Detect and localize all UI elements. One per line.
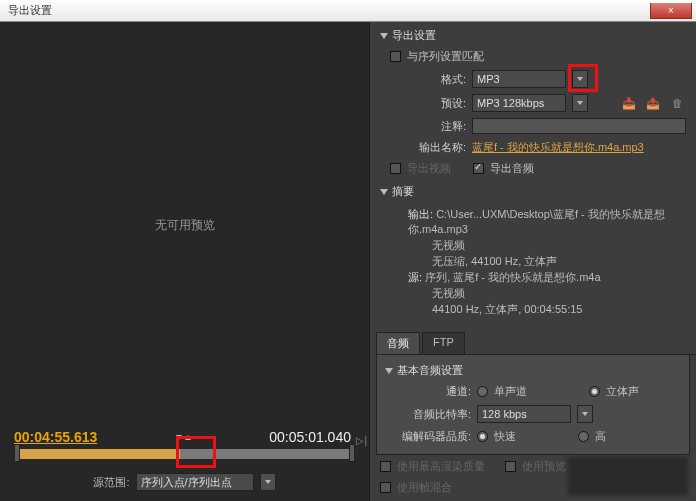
- format-value: MP3: [477, 73, 500, 85]
- audio-panel: 基本音频设置 通道: 单声道 立体声 音频比特率: 128 kbps 编解码器品…: [376, 355, 690, 455]
- preset-value: MP3 128kbps: [477, 97, 544, 109]
- audio-settings-title: 基本音频设置: [397, 363, 463, 378]
- bitrate-dropdown[interactable]: 128 kbps: [477, 405, 571, 423]
- in-timecode[interactable]: 00:04:55.613: [14, 429, 97, 445]
- mono-label: 单声道: [494, 384, 527, 399]
- export-settings-title: 导出设置: [392, 28, 436, 43]
- out-timecode: 00:05:01.040: [269, 429, 351, 445]
- source-range-value: 序列入点/序列出点: [141, 475, 232, 490]
- source-range-label: 源范围:: [93, 475, 129, 490]
- max-quality-label: 使用最高渲染质量: [397, 459, 485, 474]
- fast-label: 快速: [494, 429, 516, 444]
- settings-pane: 导出设置 与序列设置匹配 格式: MP3 预设: MP3 128kbps: [370, 22, 696, 501]
- source-range-dropdown[interactable]: 序列入点/序列出点: [136, 473, 254, 491]
- export-audio-label: 导出音频: [490, 161, 534, 176]
- tabs: 音频 FTP: [376, 332, 696, 355]
- export-settings-section: 导出设置 与序列设置匹配 格式: MP3 预设: MP3 128kbps: [370, 22, 696, 184]
- frame-blend-label: 使用帧混合: [397, 480, 452, 495]
- main-area: 无可用预览 00:04:55.613 00:05:01.040 ▷| 源范围: …: [0, 22, 696, 501]
- preset-dropdown[interactable]: MP3 128kbps: [472, 94, 566, 112]
- summary-out-line2: 无压缩, 44100 Hz, 立体声: [408, 254, 676, 269]
- disclosure-triangle-icon: [380, 189, 388, 195]
- preset-arrow[interactable]: [572, 94, 588, 112]
- out-handle[interactable]: [349, 444, 355, 462]
- mono-radio[interactable]: [477, 386, 488, 397]
- import-preset-icon[interactable]: 📤: [644, 94, 662, 112]
- delete-preset-icon[interactable]: 🗑: [668, 94, 686, 112]
- summary-src-line2: 44100 Hz, 立体声, 00:04:55:15: [408, 302, 676, 317]
- comment-label: 注释:: [380, 119, 466, 134]
- use-preview-checkbox: [505, 461, 516, 472]
- export-video-checkbox: [390, 163, 401, 174]
- channels-label: 通道:: [385, 384, 471, 399]
- summary-out-path: C:\User...UXM\Desktop\蓝尾f - 我的快乐就是想你.m4a…: [408, 208, 665, 235]
- save-preset-icon[interactable]: 📥: [620, 94, 638, 112]
- in-handle[interactable]: [14, 444, 20, 462]
- summary-src-line1: 无视频: [408, 286, 676, 301]
- summary-title: 摘要: [392, 184, 414, 199]
- disclosure-triangle-icon: [380, 33, 388, 39]
- use-preview-label: 使用预览: [522, 459, 566, 474]
- export-audio-checkbox[interactable]: [473, 163, 484, 174]
- timeline-wrap: ▷|: [0, 449, 369, 465]
- title-bar: 导出设置 ×: [0, 0, 696, 22]
- timeline-end-icon[interactable]: ▷|: [356, 435, 367, 446]
- stereo-label: 立体声: [606, 384, 639, 399]
- close-button[interactable]: ×: [650, 3, 692, 19]
- disclosure-triangle-icon: [385, 368, 393, 374]
- frame-blend-checkbox: [380, 482, 391, 493]
- summary-src-path: 序列, 蓝尾f - 我的快乐就是想你.m4a: [425, 271, 600, 283]
- match-sequence-label: 与序列设置匹配: [407, 49, 484, 64]
- summary-src-label: 源:: [408, 271, 422, 283]
- preview-pane: 无可用预览 00:04:55.613 00:05:01.040 ▷| 源范围: …: [0, 22, 370, 501]
- high-radio[interactable]: [578, 431, 589, 442]
- fast-radio[interactable]: [477, 431, 488, 442]
- audio-settings-header[interactable]: 基本音频设置: [385, 363, 681, 378]
- export-settings-header[interactable]: 导出设置: [380, 28, 686, 43]
- stereo-radio[interactable]: [589, 386, 600, 397]
- preview-placeholder: 无可用预览: [0, 22, 369, 429]
- window-title: 导出设置: [0, 3, 52, 18]
- match-sequence-checkbox[interactable]: [390, 51, 401, 62]
- timeline-range: [16, 449, 180, 459]
- tab-audio[interactable]: 音频: [376, 332, 420, 354]
- bitrate-label: 音频比特率:: [385, 407, 471, 422]
- format-dropdown[interactable]: MP3: [472, 70, 566, 88]
- summary-out-label: 输出:: [408, 208, 433, 220]
- output-name-link[interactable]: 蓝尾f - 我的快乐就是想你.m4a.mp3: [472, 140, 644, 155]
- tab-ftp[interactable]: FTP: [422, 332, 465, 354]
- source-range-row: 源范围: 序列入点/序列出点: [0, 465, 369, 501]
- bitrate-arrow[interactable]: [577, 405, 593, 423]
- timeline[interactable]: [16, 449, 353, 459]
- output-name-label: 输出名称:: [380, 140, 466, 155]
- quality-label: 编解码器品质:: [385, 429, 471, 444]
- format-label: 格式:: [380, 72, 466, 87]
- fit-indicator[interactable]: [176, 435, 191, 440]
- summary-section: 摘要 输出: C:\User...UXM\Desktop\蓝尾f - 我的快乐就…: [370, 184, 696, 328]
- format-arrow[interactable]: [572, 70, 588, 88]
- summary-out-line1: 无视频: [408, 238, 676, 253]
- summary-header[interactable]: 摘要: [380, 184, 686, 199]
- high-label: 高: [595, 429, 606, 444]
- source-range-arrow[interactable]: [260, 473, 276, 491]
- obscured-region: [568, 457, 688, 495]
- comment-field[interactable]: [472, 118, 686, 134]
- timecode-row: 00:04:55.613 00:05:01.040: [0, 429, 369, 449]
- summary-body: 输出: C:\User...UXM\Desktop\蓝尾f - 我的快乐就是想你…: [380, 205, 686, 326]
- max-quality-checkbox: [380, 461, 391, 472]
- preset-label: 预设:: [380, 96, 466, 111]
- export-video-label: 导出视频: [407, 161, 451, 176]
- bitrate-value: 128 kbps: [482, 408, 527, 420]
